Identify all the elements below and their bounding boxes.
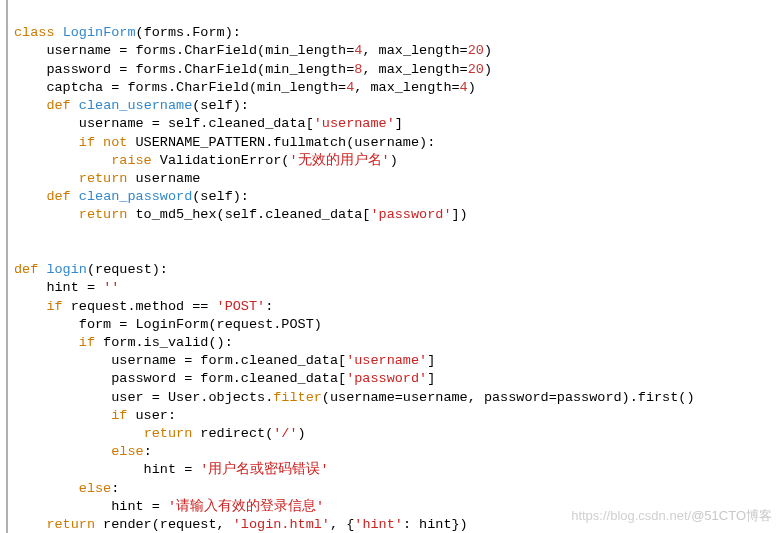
kw-if: if	[46, 299, 62, 314]
code-text: password = form.cleaned_data[	[14, 371, 346, 386]
code-text: hint =	[14, 280, 103, 295]
line-17: form = LoginForm(request.POST)	[14, 317, 322, 332]
kw-if: if	[111, 408, 127, 423]
line-5: def clean_username(self):	[14, 98, 249, 113]
kw-else: else	[79, 481, 111, 496]
kw-if: if	[79, 335, 95, 350]
kw-raise: raise	[111, 153, 152, 168]
line-8: raise ValidationError('无效的用户名')	[14, 153, 398, 168]
code-block: class LoginForm(forms.Form): username = …	[14, 6, 695, 533]
line-21: user = User.objects.filter(username=user…	[14, 390, 695, 405]
line-20: password = form.cleaned_data['password']	[14, 371, 435, 386]
code-text: , max_length=	[354, 80, 459, 95]
code-text: ]	[427, 353, 435, 368]
code-text: form = LoginForm(request.POST)	[14, 317, 322, 332]
code-text: ])	[451, 207, 467, 222]
line-10: def clean_password(self):	[14, 189, 249, 204]
string: 'password'	[370, 207, 451, 222]
code-text: )	[484, 43, 492, 58]
watermark-handle: @51CTO博客	[691, 508, 772, 523]
string: 'password'	[346, 371, 427, 386]
code-text: username = form.cleaned_data[	[14, 353, 346, 368]
line-24: else:	[14, 444, 152, 459]
kw-return: return	[46, 517, 95, 532]
code-text: (forms.Form):	[136, 25, 241, 40]
code-text: user:	[127, 408, 176, 423]
code-text: , max_length=	[362, 62, 467, 77]
kw-class: class	[14, 25, 55, 40]
code-text: username = self.cleaned_data[	[14, 116, 314, 131]
line-18: if form.is_valid():	[14, 335, 233, 350]
code-text: )	[298, 426, 306, 441]
string: 'username'	[314, 116, 395, 131]
string: '无效的用户名'	[289, 153, 389, 168]
code-text: to_md5_hex(self.cleaned_data[	[127, 207, 370, 222]
line-1: class LoginForm(forms.Form):	[14, 25, 241, 40]
kw-if: if not	[79, 135, 128, 150]
fn-name: clean_username	[79, 98, 192, 113]
code-text: captcha = forms.CharField(min_length=	[14, 80, 346, 95]
class-name: LoginForm	[63, 25, 136, 40]
line-6: username = self.cleaned_data['username']	[14, 116, 403, 131]
code-text: , max_length=	[362, 43, 467, 58]
code-text: :	[111, 481, 119, 496]
line-13	[14, 244, 22, 259]
code-text: USERNAME_PATTERN.fullmatch(username):	[127, 135, 435, 150]
kw-def: def	[46, 98, 70, 113]
line-19: username = form.cleaned_data['username']	[14, 353, 435, 368]
code-text: :	[265, 299, 273, 314]
fn-name: clean_password	[79, 189, 192, 204]
string: ''	[103, 280, 119, 295]
line-16: if request.method == 'POST':	[14, 299, 273, 314]
line-9: return username	[14, 171, 200, 186]
line-22: if user:	[14, 408, 176, 423]
code-text: username	[127, 171, 200, 186]
line-11: return to_md5_hex(self.cleaned_data['pas…	[14, 207, 468, 222]
code-text: ValidationError(	[152, 153, 290, 168]
code-text: ]	[427, 371, 435, 386]
code-text: (username=username, password=password).f…	[322, 390, 695, 405]
line-4: captcha = forms.CharField(min_length=4, …	[14, 80, 476, 95]
code-text: hint =	[14, 462, 200, 477]
kw-return: return	[79, 207, 128, 222]
code-text: : hint})	[403, 517, 468, 532]
line-27: hint = '请输入有效的登录信息'	[14, 499, 324, 514]
kw-return: return	[79, 171, 128, 186]
line-23: return redirect('/')	[14, 426, 306, 441]
string: 'POST'	[217, 299, 266, 314]
string: '用户名或密码错误'	[200, 462, 328, 477]
code-text: (request):	[87, 262, 168, 277]
number: 4	[460, 80, 468, 95]
line-25: hint = '用户名或密码错误'	[14, 462, 329, 477]
number: 20	[468, 62, 484, 77]
code-text: )	[484, 62, 492, 77]
code-text: :	[144, 444, 152, 459]
string: 'username'	[346, 353, 427, 368]
string: '/'	[273, 426, 297, 441]
code-text: hint =	[14, 499, 168, 514]
method-filter: filter	[273, 390, 322, 405]
code-text: (self):	[192, 98, 249, 113]
code-text: render(request,	[95, 517, 233, 532]
code-text: ]	[395, 116, 403, 131]
code-text: )	[468, 80, 476, 95]
string: '请输入有效的登录信息'	[168, 499, 324, 514]
number: 20	[468, 43, 484, 58]
line-2: username = forms.CharField(min_length=4,…	[14, 43, 492, 58]
gutter	[0, 0, 8, 533]
line-7: if not USERNAME_PATTERN.fullmatch(userna…	[14, 135, 435, 150]
code-text: , {	[330, 517, 354, 532]
code-text: username = forms.CharField(min_length=	[14, 43, 354, 58]
line-26: else:	[14, 481, 119, 496]
fn-name: login	[46, 262, 87, 277]
line-3: password = forms.CharField(min_length=8,…	[14, 62, 492, 77]
kw-return: return	[144, 426, 193, 441]
code-text: request.method ==	[63, 299, 217, 314]
string: 'login.html'	[233, 517, 330, 532]
code-text: redirect(	[192, 426, 273, 441]
kw-def: def	[14, 262, 38, 277]
line-12	[14, 226, 22, 241]
line-15: hint = ''	[14, 280, 119, 295]
kw-else: else	[111, 444, 143, 459]
code-text: )	[390, 153, 398, 168]
